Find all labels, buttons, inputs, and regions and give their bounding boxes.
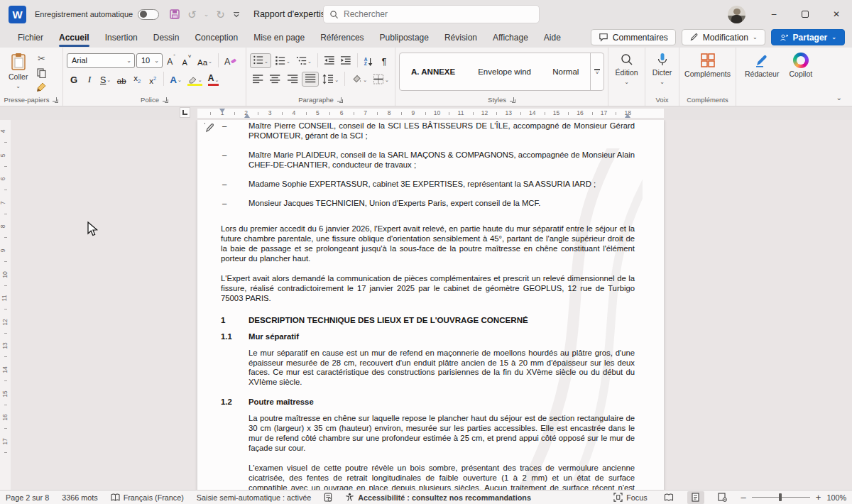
- editing-mode-button[interactable]: Modification ⌄: [682, 29, 765, 45]
- copy-button[interactable]: [34, 67, 48, 79]
- close-button[interactable]: ✕: [821, 0, 852, 28]
- minimize-button[interactable]: –: [758, 0, 790, 28]
- hanging-indent-marker[interactable]: [244, 114, 250, 118]
- show-formatting-button[interactable]: ¶: [377, 53, 391, 68]
- tab-insertion[interactable]: Insertion: [97, 30, 146, 47]
- zoom-slider-handle[interactable]: [779, 493, 782, 501]
- style-annexe[interactable]: A. ANNEXE: [400, 53, 466, 90]
- line-spacing-button[interactable]: ⌄: [320, 72, 341, 87]
- document-content[interactable]: –Maître Pierre CONSEIL, conseil de la SC…: [197, 120, 664, 490]
- tab-dessin[interactable]: Dessin: [146, 30, 187, 47]
- addins-button[interactable]: Compléments: [683, 51, 732, 80]
- highlight-button[interactable]: ⌄: [185, 72, 204, 87]
- subscript-button[interactable]: x2: [130, 72, 144, 87]
- right-indent-marker[interactable]: [625, 114, 630, 118]
- text-effects-button[interactable]: A⌄: [168, 72, 184, 87]
- paragraph: Le mur séparatif en cause est un mur de …: [248, 349, 635, 388]
- zoom-slider[interactable]: [752, 497, 810, 498]
- bullets-button[interactable]: ⌄: [250, 53, 271, 68]
- restore-button[interactable]: [790, 0, 821, 28]
- font-color-button[interactable]: A ⌄: [206, 72, 222, 87]
- heading-1-1: 1.1 Mur séparatif: [221, 332, 635, 342]
- align-right-button[interactable]: [285, 72, 300, 87]
- print-layout-button[interactable]: [687, 491, 704, 504]
- redo-icon[interactable]: ↻: [216, 9, 225, 20]
- tab-publipostage[interactable]: Publipostage: [372, 30, 437, 47]
- search-input[interactable]: [344, 9, 514, 19]
- share-button[interactable]: Partager ⌄: [771, 29, 845, 45]
- font-name-select[interactable]: Arial ⌄: [67, 53, 135, 68]
- styles-gallery-more-button[interactable]: ˅: [590, 53, 604, 90]
- numbering-button[interactable]: ⌄: [273, 53, 293, 68]
- font-name-value: Arial: [72, 56, 87, 65]
- copilot-button[interactable]: Copilot: [784, 51, 817, 80]
- increase-indent-button[interactable]: [338, 53, 354, 68]
- clipboard-dialog-launcher[interactable]: [52, 97, 58, 103]
- h-ruler-strip[interactable]: 123456789101112131415161718: [197, 109, 664, 118]
- sort-button[interactable]: AZ: [361, 53, 376, 68]
- align-center-button[interactable]: [267, 72, 283, 87]
- font-size-select[interactable]: 10 ⌄: [136, 53, 163, 68]
- undo-chevron-icon[interactable]: ⌄: [204, 11, 209, 18]
- avatar[interactable]: [728, 6, 746, 23]
- italic-button[interactable]: I: [82, 72, 97, 87]
- underline-button[interactable]: S⌄: [98, 72, 113, 87]
- web-layout-button[interactable]: [714, 491, 731, 504]
- paragraph-dialog-launcher[interactable]: [337, 97, 343, 103]
- justify-button[interactable]: [302, 72, 319, 87]
- decrease-indent-button[interactable]: [322, 53, 337, 68]
- page-indicator[interactable]: Page 2 sur 8: [6, 493, 49, 502]
- multilevel-list-button[interactable]: ⌄: [294, 53, 314, 68]
- change-case-button[interactable]: Aa⌄: [195, 53, 214, 68]
- borders-button[interactable]: ⌄: [371, 72, 391, 87]
- save-icon[interactable]: [169, 9, 180, 20]
- editor-status[interactable]: [324, 493, 332, 502]
- styles-dialog-launcher[interactable]: [509, 97, 515, 103]
- tab-revision[interactable]: Révision: [437, 30, 485, 47]
- cut-button[interactable]: ✂: [34, 53, 48, 65]
- accessibility-status[interactable]: Accessibilité : consultez nos recommanda…: [345, 493, 531, 502]
- style-normal[interactable]: Normal: [541, 53, 590, 90]
- superscript-button[interactable]: x2: [146, 72, 160, 87]
- document-page[interactable]: –Maître Pierre CONSEIL, conseil de la SC…: [197, 120, 664, 490]
- strikethrough-button[interactable]: ab: [114, 72, 129, 87]
- paste-button[interactable]: Coller ⌄: [4, 51, 33, 94]
- word-count[interactable]: 3366 mots: [62, 493, 97, 502]
- shrink-font-button[interactable]: A˅: [180, 53, 194, 68]
- zoom-level[interactable]: 100%: [826, 493, 846, 502]
- align-left-button[interactable]: [250, 72, 266, 87]
- tab-fichier[interactable]: Fichier: [10, 30, 51, 47]
- read-mode-button[interactable]: [660, 491, 677, 504]
- format-painter-button[interactable]: [34, 81, 48, 93]
- shading-button[interactable]: ⌄: [349, 72, 369, 87]
- tab-accueil[interactable]: Accueil: [51, 30, 97, 47]
- search-box[interactable]: [323, 5, 540, 23]
- tab-conception[interactable]: Conception: [187, 30, 246, 47]
- bold-button[interactable]: G: [67, 72, 81, 87]
- undo-icon[interactable]: ↺: [187, 9, 197, 20]
- tab-aide[interactable]: Aide: [536, 30, 569, 47]
- zoom-in-button[interactable]: +: [816, 493, 821, 502]
- edition-button[interactable]: Édition ⌄: [612, 51, 641, 87]
- grow-font-button[interactable]: Aˆ: [164, 53, 178, 68]
- tab-references[interactable]: Références: [312, 30, 371, 47]
- autosave-toggle[interactable]: [138, 9, 159, 20]
- focus-button[interactable]: Focus: [613, 493, 647, 502]
- comments-button[interactable]: Commentaires: [591, 29, 676, 45]
- font-dialog-launcher[interactable]: [162, 97, 168, 103]
- tab-affichage[interactable]: Affichage: [485, 30, 536, 47]
- customize-qat-icon[interactable]: [232, 10, 241, 18]
- zoom-out-button[interactable]: –: [741, 493, 746, 502]
- v-ruler-strip[interactable]: 4567891011121314151617: [0, 120, 11, 490]
- autosave-control[interactable]: Enregistrement automatique: [35, 9, 159, 20]
- first-line-indent-marker[interactable]: [219, 109, 225, 113]
- autocomplete-status[interactable]: Saisie semi-automatique : activée: [197, 493, 311, 502]
- editor-button[interactable]: Rédacteur: [740, 51, 784, 80]
- style-envelope-window[interactable]: Envelope window: [466, 53, 531, 90]
- proofing-status[interactable]: Français (France): [111, 493, 184, 502]
- collapse-ribbon-icon[interactable]: ⌄: [836, 94, 842, 102]
- clear-formatting-button[interactable]: A: [222, 53, 239, 68]
- tab-mise-en-page[interactable]: Mise en page: [246, 30, 312, 47]
- dictate-button[interactable]: Dicter ⌄: [649, 51, 675, 87]
- tab-selector[interactable]: [180, 107, 190, 118]
